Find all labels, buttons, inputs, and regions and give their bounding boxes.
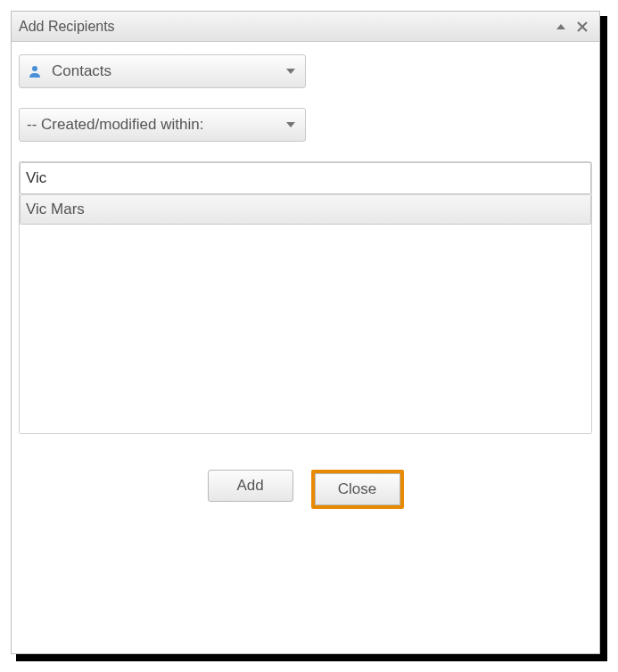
collapse-icon[interactable] [553,19,569,35]
filter-dropdown[interactable]: -- Created/modified within: [19,108,306,142]
source-dropdown-label: Contacts [52,62,285,80]
dialog-buttons: Add Close [19,470,592,509]
search-panel: Vic Mars [19,161,592,434]
contacts-icon [27,63,43,79]
close-button[interactable]: Close [315,473,400,505]
filter-dropdown-label: -- Created/modified within: [27,116,285,134]
titlebar: Add Recipients [12,12,599,42]
result-name: Vic Mars [26,201,85,218]
svg-marker-5 [286,122,295,127]
dialog-title: Add Recipients [19,19,548,35]
add-recipients-dialog: Add Recipients Contacts [11,11,600,654]
close-icon[interactable] [574,19,590,35]
chevron-down-icon [285,121,296,128]
svg-point-3 [32,66,37,71]
search-input[interactable] [20,162,591,194]
list-item[interactable]: Vic Mars [20,194,591,225]
chevron-down-icon [285,68,296,75]
svg-marker-4 [286,69,295,74]
add-button[interactable]: Add [208,470,293,502]
results-list: Vic Mars [20,194,591,433]
svg-marker-0 [556,24,565,29]
source-dropdown[interactable]: Contacts [19,54,306,88]
close-button-highlight: Close [311,470,404,509]
